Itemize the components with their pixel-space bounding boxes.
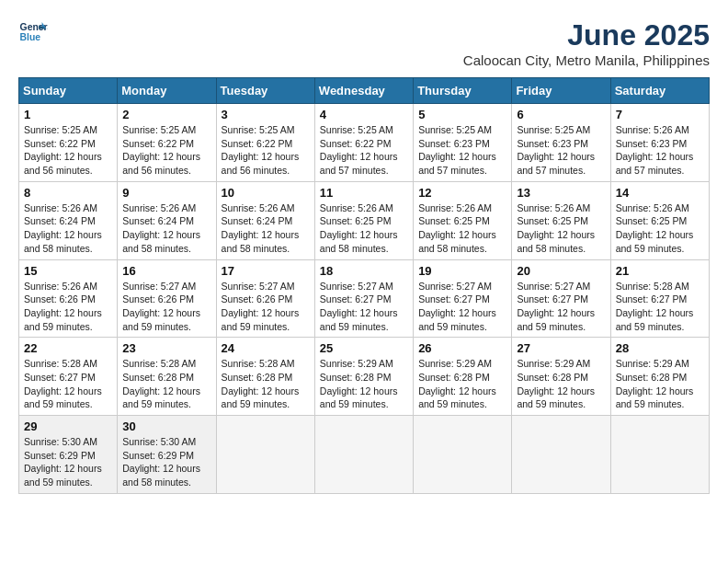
logo: General Blue bbox=[18, 18, 48, 44]
day-info: Sunrise: 5:29 AM Sunset: 6:28 PM Dayligh… bbox=[517, 357, 605, 411]
day-number: 2 bbox=[122, 108, 210, 121]
header-sunday: Sunday bbox=[19, 78, 118, 104]
day-number: 6 bbox=[517, 108, 605, 121]
title-block: June 2025 Caloocan City, Metro Manila, P… bbox=[463, 18, 710, 68]
calendar-cell: 7Sunrise: 5:26 AM Sunset: 6:23 PM Daylig… bbox=[610, 104, 709, 182]
day-info: Sunrise: 5:27 AM Sunset: 6:27 PM Dayligh… bbox=[517, 280, 605, 334]
header-saturday: Saturday bbox=[610, 78, 709, 104]
day-number: 5 bbox=[418, 108, 506, 121]
day-info: Sunrise: 5:25 AM Sunset: 6:23 PM Dayligh… bbox=[517, 123, 605, 178]
calendar-cell: 27Sunrise: 5:29 AM Sunset: 6:28 PM Dayli… bbox=[512, 338, 610, 416]
day-info: Sunrise: 5:29 AM Sunset: 6:28 PM Dayligh… bbox=[616, 357, 704, 411]
day-info: Sunrise: 5:29 AM Sunset: 6:28 PM Dayligh… bbox=[418, 357, 506, 411]
day-info: Sunrise: 5:28 AM Sunset: 6:28 PM Dayligh… bbox=[122, 357, 210, 411]
day-number: 13 bbox=[517, 186, 605, 200]
calendar-week-row: 1Sunrise: 5:25 AM Sunset: 6:22 PM Daylig… bbox=[19, 104, 710, 182]
calendar-cell: 26Sunrise: 5:29 AM Sunset: 6:28 PM Dayli… bbox=[414, 338, 512, 416]
header-monday: Monday bbox=[118, 78, 216, 104]
calendar-week-row: 22Sunrise: 5:28 AM Sunset: 6:27 PM Dayli… bbox=[19, 338, 710, 416]
calendar-cell: 30Sunrise: 5:30 AM Sunset: 6:29 PM Dayli… bbox=[118, 416, 216, 494]
header-friday: Friday bbox=[512, 78, 610, 104]
calendar-cell bbox=[512, 416, 610, 494]
header-wednesday: Wednesday bbox=[314, 78, 413, 104]
calendar-cell: 25Sunrise: 5:29 AM Sunset: 6:28 PM Dayli… bbox=[314, 338, 413, 416]
day-info: Sunrise: 5:25 AM Sunset: 6:22 PM Dayligh… bbox=[24, 123, 112, 178]
calendar-cell: 4Sunrise: 5:25 AM Sunset: 6:22 PM Daylig… bbox=[314, 104, 413, 182]
day-number: 28 bbox=[616, 341, 704, 355]
calendar-cell: 6Sunrise: 5:25 AM Sunset: 6:23 PM Daylig… bbox=[512, 104, 610, 182]
day-number: 24 bbox=[222, 341, 310, 355]
calendar-cell: 8Sunrise: 5:26 AM Sunset: 6:24 PM Daylig… bbox=[19, 181, 118, 259]
calendar-cell: 9Sunrise: 5:26 AM Sunset: 6:24 PM Daylig… bbox=[118, 181, 216, 259]
day-number: 25 bbox=[320, 341, 408, 355]
day-number: 23 bbox=[122, 341, 210, 355]
day-number: 19 bbox=[418, 264, 506, 278]
day-number: 12 bbox=[418, 186, 506, 200]
calendar-cell: 29Sunrise: 5:30 AM Sunset: 6:29 PM Dayli… bbox=[19, 416, 118, 494]
day-number: 18 bbox=[320, 264, 408, 278]
day-info: Sunrise: 5:27 AM Sunset: 6:26 PM Dayligh… bbox=[222, 280, 310, 334]
calendar-cell bbox=[216, 416, 314, 494]
month-title: June 2025 bbox=[463, 18, 710, 52]
header-thursday: Thursday bbox=[414, 78, 512, 104]
day-info: Sunrise: 5:27 AM Sunset: 6:27 PM Dayligh… bbox=[320, 280, 408, 334]
days-header-row: Sunday Monday Tuesday Wednesday Thursday… bbox=[19, 78, 710, 104]
day-info: Sunrise: 5:28 AM Sunset: 6:28 PM Dayligh… bbox=[222, 357, 310, 411]
calendar-body: 1Sunrise: 5:25 AM Sunset: 6:22 PM Daylig… bbox=[19, 104, 710, 494]
day-info: Sunrise: 5:30 AM Sunset: 6:29 PM Dayligh… bbox=[24, 435, 112, 489]
day-number: 9 bbox=[122, 186, 210, 200]
calendar-cell: 18Sunrise: 5:27 AM Sunset: 6:27 PM Dayli… bbox=[314, 259, 413, 338]
calendar-table: Sunday Monday Tuesday Wednesday Thursday… bbox=[18, 77, 710, 494]
calendar-cell: 20Sunrise: 5:27 AM Sunset: 6:27 PM Dayli… bbox=[512, 259, 610, 338]
calendar-cell: 3Sunrise: 5:25 AM Sunset: 6:22 PM Daylig… bbox=[216, 104, 314, 182]
calendar-cell: 11Sunrise: 5:26 AM Sunset: 6:25 PM Dayli… bbox=[314, 181, 413, 259]
day-info: Sunrise: 5:30 AM Sunset: 6:29 PM Dayligh… bbox=[122, 435, 210, 489]
day-info: Sunrise: 5:26 AM Sunset: 6:25 PM Dayligh… bbox=[616, 201, 704, 256]
day-info: Sunrise: 5:28 AM Sunset: 6:27 PM Dayligh… bbox=[24, 357, 112, 411]
calendar-cell: 15Sunrise: 5:26 AM Sunset: 6:26 PM Dayli… bbox=[19, 259, 118, 338]
calendar-cell: 21Sunrise: 5:28 AM Sunset: 6:27 PM Dayli… bbox=[610, 259, 709, 338]
day-number: 22 bbox=[24, 341, 112, 355]
page-header: General Blue June 2025 Caloocan City, Me… bbox=[18, 18, 710, 68]
day-info: Sunrise: 5:28 AM Sunset: 6:27 PM Dayligh… bbox=[616, 280, 704, 334]
day-number: 21 bbox=[616, 264, 704, 278]
day-number: 26 bbox=[418, 341, 506, 355]
calendar-cell bbox=[314, 416, 413, 494]
calendar-cell: 14Sunrise: 5:26 AM Sunset: 6:25 PM Dayli… bbox=[610, 181, 709, 259]
day-number: 10 bbox=[222, 186, 310, 200]
calendar-cell: 10Sunrise: 5:26 AM Sunset: 6:24 PM Dayli… bbox=[216, 181, 314, 259]
day-number: 17 bbox=[222, 264, 310, 278]
calendar-cell: 19Sunrise: 5:27 AM Sunset: 6:27 PM Dayli… bbox=[414, 259, 512, 338]
location-subtitle: Caloocan City, Metro Manila, Philippines bbox=[463, 52, 710, 68]
day-number: 16 bbox=[122, 264, 210, 278]
calendar-cell: 1Sunrise: 5:25 AM Sunset: 6:22 PM Daylig… bbox=[19, 104, 118, 182]
day-info: Sunrise: 5:26 AM Sunset: 6:24 PM Dayligh… bbox=[222, 201, 310, 256]
day-number: 20 bbox=[517, 264, 605, 278]
calendar-cell bbox=[414, 416, 512, 494]
day-info: Sunrise: 5:27 AM Sunset: 6:27 PM Dayligh… bbox=[418, 280, 506, 334]
day-info: Sunrise: 5:25 AM Sunset: 6:22 PM Dayligh… bbox=[320, 123, 408, 178]
calendar-week-row: 15Sunrise: 5:26 AM Sunset: 6:26 PM Dayli… bbox=[19, 259, 710, 338]
calendar-cell: 22Sunrise: 5:28 AM Sunset: 6:27 PM Dayli… bbox=[19, 338, 118, 416]
day-number: 30 bbox=[122, 419, 210, 433]
day-info: Sunrise: 5:29 AM Sunset: 6:28 PM Dayligh… bbox=[320, 357, 408, 411]
day-info: Sunrise: 5:25 AM Sunset: 6:22 PM Dayligh… bbox=[222, 123, 310, 178]
calendar-cell bbox=[610, 416, 709, 494]
calendar-cell: 28Sunrise: 5:29 AM Sunset: 6:28 PM Dayli… bbox=[610, 338, 709, 416]
day-number: 1 bbox=[24, 108, 112, 121]
day-number: 4 bbox=[320, 108, 408, 121]
day-info: Sunrise: 5:26 AM Sunset: 6:23 PM Dayligh… bbox=[616, 123, 704, 178]
day-info: Sunrise: 5:27 AM Sunset: 6:26 PM Dayligh… bbox=[122, 280, 210, 334]
calendar-cell: 12Sunrise: 5:26 AM Sunset: 6:25 PM Dayli… bbox=[414, 181, 512, 259]
day-number: 14 bbox=[616, 186, 704, 200]
logo-icon: General Blue bbox=[18, 18, 48, 44]
calendar-cell: 24Sunrise: 5:28 AM Sunset: 6:28 PM Dayli… bbox=[216, 338, 314, 416]
calendar-cell: 2Sunrise: 5:25 AM Sunset: 6:22 PM Daylig… bbox=[118, 104, 216, 182]
day-number: 27 bbox=[517, 341, 605, 355]
svg-text:Blue: Blue bbox=[20, 32, 41, 42]
day-info: Sunrise: 5:26 AM Sunset: 6:26 PM Dayligh… bbox=[24, 280, 112, 334]
day-info: Sunrise: 5:26 AM Sunset: 6:25 PM Dayligh… bbox=[418, 201, 506, 256]
day-info: Sunrise: 5:26 AM Sunset: 6:24 PM Dayligh… bbox=[24, 201, 112, 256]
day-info: Sunrise: 5:26 AM Sunset: 6:24 PM Dayligh… bbox=[122, 201, 210, 256]
calendar-week-row: 29Sunrise: 5:30 AM Sunset: 6:29 PM Dayli… bbox=[19, 416, 710, 494]
